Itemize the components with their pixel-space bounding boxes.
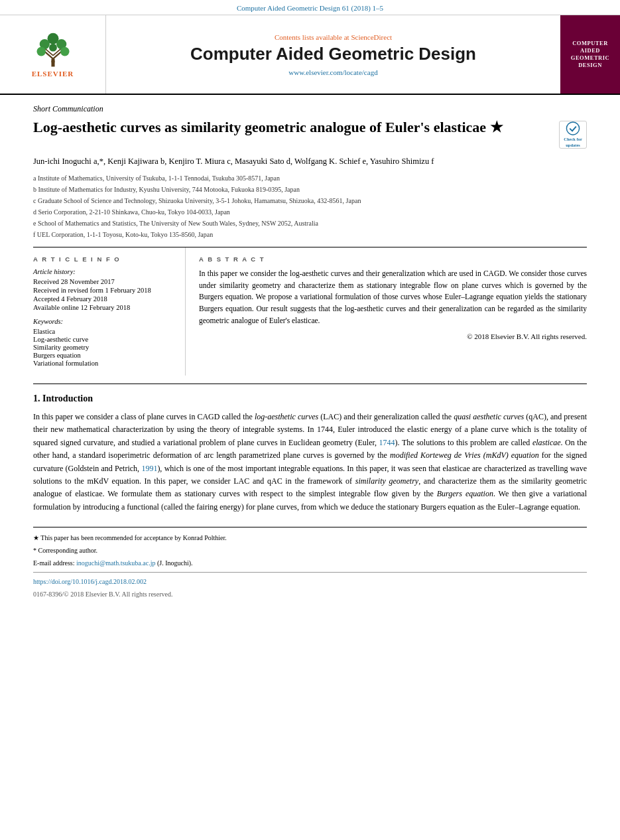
article-content: Short Communication Log-aesthetic curves… — [0, 95, 620, 611]
abstract-column: A B S T R A C T In this paper we conside… — [186, 247, 587, 376]
journal-logo-right-text: COMPUTERAIDEDGEOMETRICDESIGN — [571, 40, 609, 69]
journal-name: Computer Aided Geometric Design — [190, 44, 476, 64]
journal-header: ELSEVIER Contents lists available at Sci… — [0, 15, 620, 95]
received-date: Received 28 November 2017 — [33, 278, 175, 285]
svg-point-12 — [566, 122, 579, 135]
introduction-paragraph-1: In this paper we consider a class of pla… — [33, 411, 587, 514]
elsevier-brand-text: ELSEVIER — [32, 70, 74, 78]
affiliation-b: b Institute of Mathematics for Industry,… — [33, 184, 587, 195]
article-info-label: A R T I C L E I N F O — [33, 255, 175, 263]
doi-line: https://doi.org/10.1016/j.cagd.2018.02.0… — [33, 577, 587, 587]
affiliation-a: a Institute of Mathematics, University o… — [33, 173, 587, 184]
introduction-title: 1. Introduction — [33, 393, 587, 404]
svg-point-10 — [49, 43, 57, 51]
article-info-column: A R T I C L E I N F O Article history: R… — [33, 247, 186, 376]
available-online-date: Available online 12 February 2018 — [33, 304, 175, 311]
affiliations-list: a Institute of Mathematics, University o… — [33, 173, 587, 240]
sciencedirect-link-text[interactable]: ScienceDirect — [351, 33, 392, 41]
journal-title-area: Contents lists available at ScienceDirec… — [106, 15, 560, 94]
article-title-area: Log-aesthetic curves as similarity geome… — [33, 118, 587, 149]
keyword-3: Burgers equation — [33, 352, 175, 359]
journal-url[interactable]: www.elsevier.com/locate/cagd — [288, 68, 377, 76]
info-abstract-columns: A R T I C L E I N F O Article history: R… — [33, 247, 587, 376]
revised-date: Received in revised form 1 February 2018 — [33, 287, 175, 294]
issn-line: 0167-8396/© 2018 Elsevier B.V. All right… — [33, 591, 587, 598]
article-type: Short Communication — [33, 104, 587, 114]
keyword-0: Elastica — [33, 328, 175, 335]
authors-line: Jun-ichi Inoguchi a,*, Kenji Kajiwara b,… — [33, 155, 587, 168]
keyword-2: Similarity geometry — [33, 344, 175, 351]
svg-point-9 — [60, 46, 70, 56]
body-section: 1. Introduction In this paper we conside… — [33, 384, 587, 514]
sciencedirect-line: Contents lists available at ScienceDirec… — [275, 33, 392, 41]
doi-link[interactable]: https://doi.org/10.1016/j.cagd.2018.02.0… — [33, 578, 147, 585]
email-link[interactable]: inoguchi@math.tsukuba.ac.jp — [76, 559, 155, 567]
svg-point-8 — [36, 46, 46, 56]
accepted-date: Accepted 4 February 2018 — [33, 295, 175, 303]
elsevier-logo-area: ELSEVIER — [0, 15, 106, 94]
star-footnote: ★ This paper has been recommended for ac… — [33, 533, 587, 543]
abstract-label: A B S T R A C T — [199, 255, 587, 263]
keyword-4: Variational formulation — [33, 360, 175, 367]
affiliation-e: e School of Mathematics and Statistics, … — [33, 218, 587, 229]
keywords-label: Keywords: — [33, 318, 175, 325]
elsevier-tree-icon — [33, 32, 73, 68]
journal-citation-bar: Computer Aided Geometric Design 61 (2018… — [0, 0, 620, 15]
elsevier-logo-box: ELSEVIER — [13, 28, 93, 81]
keyword-1: Log-aesthetic curve — [33, 336, 175, 343]
cite-euler[interactable]: 1744 — [379, 438, 395, 447]
journal-logo-right: COMPUTERAIDEDGEOMETRICDESIGN — [560, 15, 620, 94]
corresponding-footnote: * Corresponding author. — [33, 545, 587, 555]
journal-citation-text: Computer Aided Geometric Design 61 (2018… — [237, 4, 383, 12]
abstract-text: In this paper we consider the log-aesthe… — [199, 268, 587, 327]
affiliation-d: d Serio Corporation, 2-21-10 Shinkawa, C… — [33, 207, 587, 218]
separator-line — [33, 572, 587, 573]
svg-line-1 — [44, 51, 53, 58]
check-updates-badge[interactable]: Check forupdates — [559, 121, 587, 149]
history-label: Article history: — [33, 268, 175, 275]
affiliation-c: c Graduate School of Science and Technol… — [33, 196, 587, 206]
email-footnote: E-mail address: inoguchi@math.tsukuba.ac… — [33, 558, 587, 568]
cite-goldstein[interactable]: 1991 — [141, 464, 157, 473]
article-title-text: Log-aesthetic curves as similarity geome… — [33, 118, 549, 137]
svg-line-2 — [53, 51, 62, 58]
abstract-copyright: © 2018 Elsevier B.V. All rights reserved… — [199, 332, 587, 340]
check-updates-icon — [566, 121, 580, 135]
keywords-section: Keywords: Elastica Log-aesthetic curve S… — [33, 318, 175, 367]
svg-point-11 — [51, 60, 54, 63]
footnotes-area: ★ This paper has been recommended for ac… — [33, 527, 587, 598]
affiliation-f: f UEL Corporation, 1-1-1 Toyosu, Koto-ku… — [33, 230, 587, 240]
